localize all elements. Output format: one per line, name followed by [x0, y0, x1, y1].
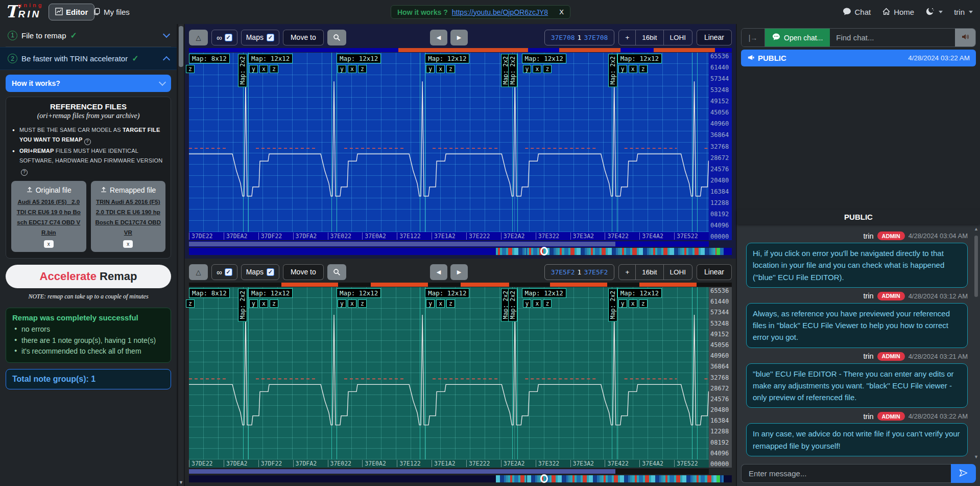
link-checkbox[interactable]: ✓ [225, 268, 232, 276]
scale-mode-button[interactable]: Linear [697, 30, 732, 45]
horizontal-scrollbar[interactable] [189, 469, 709, 474]
address-range-box[interactable]: 37E5F2137E5F2 [544, 264, 615, 280]
map-label[interactable]: Map: 12x12 [425, 288, 469, 298]
axis-tag-x[interactable]: x [629, 299, 637, 308]
map-tag-vertical[interactable]: Map: 2x2 [238, 54, 247, 87]
prev-page-button[interactable]: ◀ [430, 30, 447, 45]
trin-logo[interactable]: T uning RIN [5, 2, 44, 21]
axis-tag-y[interactable]: y [618, 299, 627, 308]
map-label[interactable]: Map: 8x12 [189, 288, 230, 298]
axis-tag-x[interactable]: x [629, 65, 637, 73]
collapse-editor-button[interactable]: △ [189, 30, 208, 45]
axis-tag-y[interactable]: y [249, 65, 258, 73]
step-file-to-remap[interactable]: 1 File to remap ✓ [6, 24, 171, 47]
axis-tag-z[interactable]: z [186, 65, 195, 73]
axis-tag-x[interactable]: x [436, 65, 445, 73]
axis-tag-y[interactable]: y [523, 299, 532, 308]
map-label[interactable]: Map: 12x12 [248, 288, 293, 298]
axis-tag-z[interactable]: z [446, 299, 455, 308]
axis-tag-y[interactable]: y [523, 65, 532, 73]
map-label[interactable]: Map: 8x12 [189, 54, 230, 63]
link-sync-toggle[interactable]: ∞✓ [211, 30, 237, 45]
sidebar-scrollbar[interactable]: ▼ [178, 24, 184, 486]
axis-tag-x[interactable]: x [259, 299, 268, 308]
nav-home[interactable]: Home [882, 7, 914, 17]
axis-tag-y[interactable]: y [249, 299, 258, 308]
map-label[interactable]: Map: 12x12 [248, 54, 293, 63]
help-icon[interactable]: ? [21, 169, 28, 176]
next-page-button[interactable]: ▶ [450, 264, 468, 280]
maps-toggle[interactable]: Maps✓ [241, 30, 279, 45]
horizontal-scrollbar[interactable] [189, 241, 709, 247]
file-minimap[interactable] [189, 475, 732, 482]
map-tag-vertical[interactable]: Map: 2x2 [508, 288, 517, 321]
horizontal-scroll-thumb[interactable] [189, 469, 615, 474]
axis-tag-z[interactable]: z [270, 299, 278, 308]
banner-close-button[interactable]: X [559, 8, 564, 16]
step-trin-accelerator[interactable]: 2 Be faster with TRIN accelerator ✓ [0, 47, 177, 70]
axis-tag-z[interactable]: z [543, 65, 552, 73]
file-name-link[interactable]: Audi A5 2016 (F5)_ 2.0 TDI CR EU6 19 0 h… [15, 197, 82, 238]
youtube-link[interactable]: https://youtu.be/OjpOR6zcJY8 [452, 8, 548, 16]
map-tag-vertical[interactable]: Map: 2x2 [508, 54, 517, 87]
chat-scrollbar[interactable]: ▲ ▼ [973, 226, 979, 459]
byte-order-button[interactable]: LOHI [663, 30, 692, 45]
open-chat-button[interactable]: Open chat... [765, 29, 830, 47]
search-button[interactable] [327, 264, 346, 280]
axis-tag-z[interactable]: z [543, 299, 552, 308]
move-to-button[interactable]: Move to [283, 264, 324, 280]
axis-tag-x[interactable]: x [436, 299, 445, 308]
user-menu[interactable]: trin [954, 8, 973, 16]
scroll-up-arrow[interactable]: ▲ [973, 226, 979, 232]
collapse-editor-button[interactable]: △ [189, 264, 208, 280]
file-minimap[interactable] [189, 248, 732, 255]
help-icon[interactable]: ? [84, 138, 91, 145]
axis-tag-x[interactable]: x [533, 299, 541, 308]
axis-tag-x[interactable]: x [259, 65, 268, 73]
axis-tag-y[interactable]: y [338, 65, 346, 73]
axis-tag-x[interactable]: x [348, 299, 356, 308]
maps-toggle[interactable]: Maps✓ [241, 264, 279, 280]
sound-toggle-button[interactable] [955, 29, 975, 47]
scale-mode-button[interactable]: Linear [697, 264, 732, 280]
axis-tag-x[interactable]: x [348, 65, 356, 73]
axis-tag-y[interactable]: y [426, 65, 435, 73]
scroll-down-arrow[interactable]: ▼ [178, 480, 184, 485]
map-label[interactable]: Map: 12x12 [617, 288, 662, 298]
theme-toggle[interactable] [925, 7, 943, 17]
horizontal-scroll-thumb[interactable] [189, 242, 615, 246]
file-name-link[interactable]: TRIN Audi A5 2016 (F5) 2.0 TDI CR E U6 1… [95, 197, 162, 238]
hex-map-grid[interactable]: Map: 8x12zMap: 2x2Map: 12x12yxzMap: 12x1… [189, 53, 709, 232]
maps-checkbox[interactable]: ✓ [267, 34, 274, 41]
message-input[interactable] [741, 464, 951, 483]
prev-page-button[interactable]: ◀ [430, 264, 447, 280]
map-tag-vertical[interactable]: Map: 2x2 [238, 288, 247, 321]
remove-file-button[interactable]: x [44, 240, 54, 248]
next-page-button[interactable]: ▶ [450, 30, 468, 45]
zoom-plus-button[interactable]: + [619, 265, 635, 280]
link-sync-toggle[interactable]: ∞✓ [211, 264, 237, 280]
map-label[interactable]: Map: 12x12 [337, 288, 381, 298]
axis-tag-z[interactable]: z [639, 65, 648, 73]
zoom-plus-button[interactable]: + [619, 30, 635, 45]
maps-checkbox[interactable]: ✓ [267, 268, 274, 276]
find-chat-input[interactable] [830, 29, 955, 47]
accelerate-remap-button[interactable]: Accelerate Remap [6, 265, 171, 288]
map-tag-vertical[interactable]: Map: 2x2 [608, 54, 617, 87]
axis-tag-z[interactable]: z [358, 65, 367, 73]
total-note-groups[interactable]: Total note group(s): 1 [6, 369, 171, 389]
channel-public[interactable]: PUBLIC 4/28/2024 03:22 AM [741, 50, 976, 66]
link-checkbox[interactable]: ✓ [225, 34, 232, 41]
axis-tag-z[interactable]: z [270, 65, 278, 73]
hex-map-grid[interactable]: Map: 8x12zMap: 2x2Map: 12x12yxzMap: 12x1… [189, 287, 709, 459]
axis-tag-x[interactable]: x [533, 65, 541, 73]
map-tag-vertical[interactable]: Map: 2x2 [608, 288, 617, 321]
axis-tag-z[interactable]: z [186, 299, 195, 308]
remapped-file-upload[interactable]: Remapped file [95, 186, 162, 195]
map-label[interactable]: Map: 12x12 [522, 288, 566, 298]
remove-file-button[interactable]: x [123, 240, 133, 248]
send-message-button[interactable] [951, 464, 976, 483]
axis-tag-y[interactable]: y [426, 299, 435, 308]
bit-mode-button[interactable]: 16bit [635, 30, 663, 45]
address-range-box[interactable]: 37E708137E708 [544, 30, 615, 45]
